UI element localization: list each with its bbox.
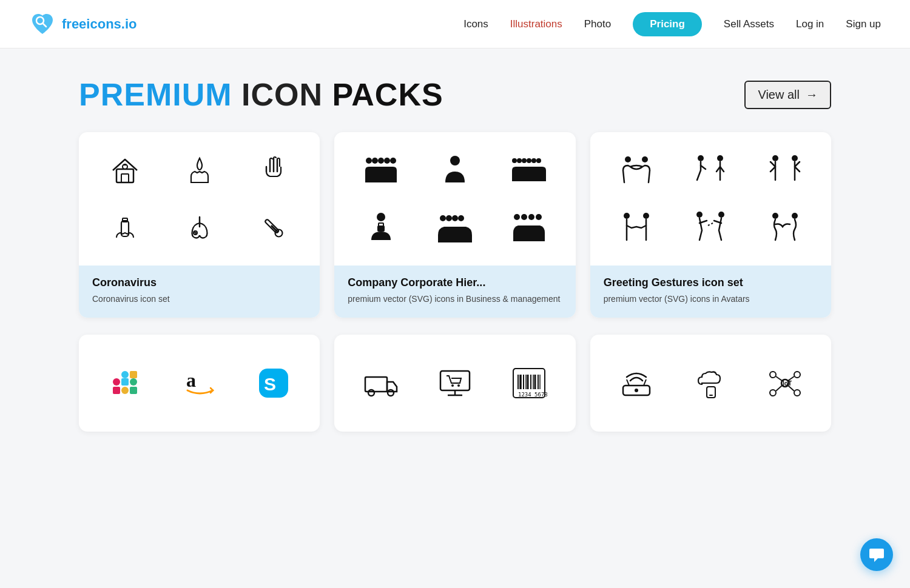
svg-point-34 [528, 214, 534, 220]
corona-icon-bottle [108, 211, 142, 250]
title-packs: PACKS [332, 77, 443, 112]
corp-icon-single [443, 153, 467, 192]
svg-point-23 [531, 158, 536, 163]
svg-point-39 [717, 155, 723, 161]
svg-rect-56 [130, 371, 137, 378]
packs-grid-top: Coronavirus Coronavirus icon set [79, 132, 831, 318]
svg-point-20 [517, 158, 522, 163]
chat-icon [868, 546, 885, 563]
svg-point-18 [450, 156, 460, 165]
pack-icons-brands: a S [79, 335, 320, 432]
svg-point-81 [635, 389, 638, 392]
slack-icon [107, 365, 143, 406]
svg-point-67 [457, 384, 460, 387]
svg-text:S: S [264, 374, 276, 394]
amazon-icon: a [181, 365, 218, 406]
corona-icon-house [108, 153, 142, 192]
svg-line-91 [776, 376, 782, 381]
corona-icon-lungs [183, 211, 217, 250]
svg-rect-53 [121, 387, 129, 394]
section-header: PREMIUM ICON PACKS View all → [79, 79, 831, 110]
gesture-icon-hands-up [767, 153, 803, 192]
nav-icons[interactable]: Icons [463, 18, 488, 30]
svg-point-14 [372, 158, 378, 164]
svg-point-22 [527, 158, 531, 163]
svg-rect-54 [113, 387, 120, 394]
svg-point-16 [384, 158, 390, 164]
pack-card-gestures[interactable]: Greeting Gestures icon set premium vecto… [590, 132, 831, 318]
svg-line-83 [644, 379, 646, 386]
ecommerce-barcode-icon: 1234 5678 [511, 366, 547, 405]
gesture-icon-handshake [618, 211, 655, 250]
svg-point-32 [514, 214, 520, 220]
nav-pricing[interactable]: Pricing [633, 12, 702, 36]
svg-point-24 [536, 158, 541, 163]
iot-nodes-icon: IoT [767, 366, 803, 405]
svg-line-82 [627, 379, 629, 386]
view-all-button[interactable]: View all → [744, 81, 831, 109]
svg-point-44 [696, 212, 703, 218]
svg-point-13 [366, 158, 372, 164]
svg-line-93 [776, 386, 782, 391]
svg-rect-49 [113, 378, 120, 386]
svg-point-42 [624, 213, 630, 219]
svg-point-66 [451, 384, 454, 387]
pack-card-ecommerce[interactable]: 1234 5678 [334, 335, 575, 432]
svg-text:IoT: IoT [783, 380, 792, 387]
pack-card-coronavirus[interactable]: Coronavirus Coronavirus icon set [79, 132, 320, 318]
pack-icons-gestures [590, 132, 831, 266]
logo[interactable]: freeicons.io [29, 11, 136, 38]
chat-button[interactable] [860, 538, 893, 571]
svg-point-87 [770, 372, 776, 378]
corona-icon-hand-drop [183, 153, 217, 192]
nav-illustrations[interactable]: Illustrations [510, 18, 562, 30]
pack-card-iot[interactable]: IoT [590, 335, 831, 432]
svg-point-90 [794, 390, 800, 396]
nav-login[interactable]: Log in [796, 18, 824, 30]
svg-rect-60 [365, 377, 387, 392]
pack-name-coronavirus: Coronavirus [92, 276, 306, 289]
svg-point-41 [792, 155, 798, 161]
ecommerce-truck-icon [363, 366, 399, 405]
corona-icon-thermometer [257, 211, 291, 250]
pack-info-gestures: Greeting Gestures icon set premium vecto… [590, 266, 831, 318]
pack-name-corporate: Company Corporate Hier... [348, 276, 562, 289]
corp-icon-group1 [362, 153, 400, 192]
header: freeicons.io Icons Illustrations Photo P… [0, 0, 910, 48]
svg-text:1234 5678: 1234 5678 [518, 392, 547, 398]
svg-rect-84 [707, 387, 715, 398]
svg-point-61 [368, 390, 374, 396]
iot-router-icon [618, 366, 655, 405]
gesture-icon-dance [767, 211, 803, 250]
svg-point-28 [440, 215, 446, 221]
pack-icons-ecommerce: 1234 5678 [334, 335, 575, 432]
svg-point-21 [522, 158, 527, 163]
svg-rect-52 [130, 378, 137, 386]
pack-icons-iot: IoT [590, 335, 831, 432]
svg-rect-51 [121, 371, 129, 378]
nav-photo[interactable]: Photo [584, 18, 611, 30]
svg-point-33 [521, 214, 527, 220]
pack-icons-coronavirus [79, 132, 320, 266]
packs-grid-bottom: a S [79, 335, 831, 432]
pack-desc-coronavirus: Coronavirus icon set [92, 293, 306, 306]
svg-line-46 [708, 223, 713, 226]
pack-name-gestures: Greeting Gestures icon set [604, 276, 818, 289]
svg-point-62 [388, 390, 394, 396]
skype-icon: S [255, 365, 292, 406]
svg-rect-2 [116, 169, 133, 182]
svg-point-89 [770, 390, 776, 396]
pack-card-brands[interactable]: a S [79, 335, 320, 432]
logo-icon [29, 11, 56, 38]
corp-icon-group4 [510, 211, 548, 250]
nav-signup[interactable]: Sign up [846, 18, 881, 30]
svg-rect-63 [440, 371, 470, 390]
svg-point-43 [643, 213, 649, 219]
svg-point-15 [378, 158, 384, 164]
gesture-icon-fight [692, 211, 729, 250]
pack-card-corporate[interactable]: Company Corporate Hier... premium vector… [334, 132, 575, 318]
nav-sell-assets[interactable]: Sell Assets [724, 18, 774, 30]
svg-point-37 [642, 156, 648, 162]
main-nav: Icons Illustrations Photo Pricing Sell A… [463, 12, 881, 36]
svg-point-88 [794, 372, 800, 378]
